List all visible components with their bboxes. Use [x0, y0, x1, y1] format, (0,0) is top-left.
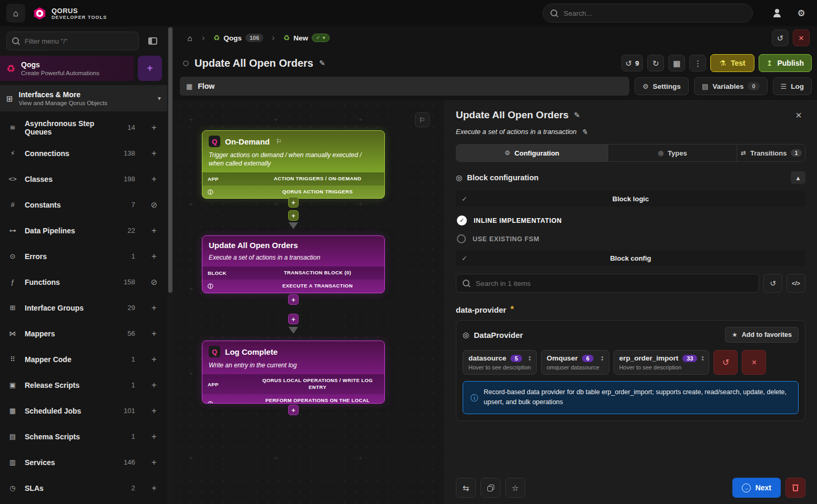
add-node-button[interactable]: + — [288, 197, 299, 208]
breadcrumb-home-button[interactable]: ⌂ — [182, 30, 198, 46]
dataprovider-select-omquser[interactable]: Omquser6▴▾omquser datasource — [541, 350, 609, 375]
config-search-input[interactable] — [476, 280, 752, 287]
stepper-icon[interactable]: ▴▾ — [601, 355, 604, 362]
sidebar-scrollbar[interactable] — [167, 26, 173, 504]
global-search[interactable] — [543, 4, 753, 23]
sidebar-item-errors[interactable]: ⊙Errors1+ — [0, 243, 167, 269]
draft-status-badge[interactable]: ✓ ▾ — [312, 34, 329, 42]
user-button[interactable] — [768, 4, 787, 23]
add-to-favorites-button[interactable]: ★ Add to favorites — [725, 327, 799, 343]
add-button[interactable]: + — [148, 122, 160, 133]
add-button[interactable]: + — [148, 328, 160, 340]
history-button[interactable]: ↺ — [772, 29, 789, 46]
log-panel-button[interactable]: ☰ Log — [773, 77, 812, 95]
radio-inline-implementation[interactable]: ✓ INLINE IMPLEMENTATION — [456, 215, 805, 225]
filter-menu[interactable] — [6, 32, 139, 50]
add-button[interactable]: + — [148, 251, 160, 262]
stepper-icon[interactable]: ▴▾ — [701, 355, 703, 362]
sidebar-item-schema-scripts[interactable]: ▤Schema Scripts1+ — [0, 424, 167, 449]
next-button[interactable]: → Next — [732, 478, 781, 498]
variables-panel-button[interactable]: ▤ Variables 0 — [694, 77, 768, 95]
add-node-button[interactable]: + — [288, 210, 299, 221]
sidebar-item-release-scripts[interactable]: ▣Release Scripts1+ — [0, 372, 167, 398]
sidebar-item-data-pipelines[interactable]: ⊶Data Pipelines22+ — [0, 218, 167, 243]
flow-node-update-all-open-orders[interactable]: Update All Open Orders Execute a set of … — [202, 235, 385, 293]
more-options-button[interactable]: ⋮ — [689, 55, 706, 71]
reset-provider-button[interactable]: ↺ — [713, 350, 738, 375]
breadcrumb-new[interactable]: ♻ New ✓ ▾ — [279, 31, 334, 45]
undo-button[interactable]: ↺ 9 — [621, 55, 644, 71]
collapse-section-button[interactable]: ▴ — [791, 171, 805, 184]
delete-button[interactable] — [785, 478, 805, 498]
services-icon: ▥ — [7, 459, 18, 466]
sidebar-item-mapper-code[interactable]: ⠿Mapper Code1+ — [0, 346, 167, 372]
global-search-input[interactable] — [564, 9, 745, 17]
sidebar-item-connections[interactable]: ⚡Connections138+ — [0, 140, 167, 166]
redo-button[interactable]: ↻ — [647, 55, 664, 71]
sidebar-item-slas[interactable]: ◷SLAs2+ — [0, 475, 167, 501]
add-node-button[interactable]: + — [288, 314, 299, 324]
duplicate-button[interactable] — [481, 478, 501, 498]
filter-menu-input[interactable] — [25, 37, 133, 45]
settings-button[interactable]: ⚙ — [792, 4, 811, 23]
sidebar-item-label: SLAs — [25, 484, 125, 492]
schema-scripts-icon: ▤ — [7, 433, 18, 440]
add-button[interactable]: + — [148, 379, 160, 391]
dataprovider-select-datasource[interactable]: datasource5▴▾Hover to see description — [463, 350, 537, 375]
settings-panel-button[interactable]: ⚙ Settings — [635, 77, 689, 95]
sidebar-item-scheduled-jobs[interactable]: ▦Scheduled Jobs101+ — [0, 398, 167, 424]
sidebar-item-qogs[interactable]: ♻ Qogs Create Powerful Automations — [0, 56, 134, 81]
edit-title-icon[interactable]: ✎ — [319, 59, 325, 67]
sidebar-item-functions[interactable]: ƒFunctions158⊘ — [0, 269, 167, 295]
field-history-button[interactable]: ↺ — [763, 274, 782, 293]
radio-use-existing-fsm[interactable]: USE EXISTING FSM — [456, 234, 805, 243]
home-button[interactable]: ⌂ — [6, 4, 25, 23]
raw-view-button[interactable]: </> — [787, 274, 805, 293]
tab-types[interactable]: ◎ Types — [608, 145, 738, 161]
add-button[interactable]: + — [148, 482, 160, 494]
add-button[interactable]: + — [148, 173, 160, 185]
flow-canvas[interactable]: ⚐ Q On-Demand ⚐ Trigger actions on deman… — [173, 100, 444, 504]
publish-button[interactable]: ↥ Publish — [759, 54, 812, 72]
add-node-button[interactable]: + — [288, 294, 299, 305]
panel-close-button[interactable]: × — [792, 108, 805, 122]
sidebar-item-mappers[interactable]: ⋈Mappers56+ — [0, 321, 167, 346]
close-workspace-button[interactable]: × — [793, 29, 810, 46]
stepper-icon[interactable]: ▴▾ — [529, 355, 531, 362]
sidebar-item-interface-groups[interactable]: ⊞Interface Groups29+ — [0, 295, 167, 321]
clear-provider-button[interactable]: × — [742, 350, 766, 375]
add-button[interactable]: + — [148, 457, 160, 468]
tab-flow[interactable]: ▦ Flow — [180, 77, 629, 96]
edit-icon[interactable]: ✎ — [574, 111, 580, 119]
canvas-flag-button[interactable]: ⚐ — [415, 112, 430, 127]
flow-node-on-demand[interactable]: Q On-Demand ⚐ Trigger actions on demand … — [202, 130, 385, 199]
add-node-button[interactable]: + — [288, 405, 299, 415]
flow-node-log-complete[interactable]: Q Log Complete Write an entry in the cur… — [202, 341, 385, 404]
test-button[interactable]: ⚗ Test — [710, 54, 754, 72]
fit-view-button[interactable]: ⇆ — [456, 478, 476, 498]
scrollbar-thumb[interactable] — [168, 27, 172, 293]
sidebar-item-services[interactable]: ▥Services146+ — [0, 449, 167, 475]
add-button[interactable]: + — [148, 148, 160, 159]
add-button[interactable]: + — [148, 302, 160, 314]
layout-grid-button[interactable]: ▦ — [668, 55, 685, 71]
config-search[interactable] — [456, 274, 759, 293]
sidebar-item-asynchronous-step-queues[interactable]: ≋Asynchronous Step Queues14+ — [0, 115, 167, 140]
edit-icon[interactable]: ✎ — [581, 128, 588, 136]
add-button[interactable]: + — [148, 431, 160, 443]
sidebar-collapse-button[interactable] — [143, 32, 162, 50]
favorite-button[interactable]: ☆ — [505, 478, 525, 498]
add-button[interactable]: + — [148, 225, 160, 236]
dataprovider-select-erp-order-import[interactable]: erp_order_import33▴▾Hover to see descrip… — [614, 350, 710, 375]
breadcrumb-qogs[interactable]: ♻ Qogs 106 — [209, 31, 268, 45]
sidebar-item-classes[interactable]: <>Classes198+ — [0, 166, 167, 192]
add-qog-button[interactable]: + — [138, 56, 162, 81]
tab-transitions[interactable]: ⇄ Transitions 1 — [737, 145, 805, 161]
add-button[interactable]: + — [148, 354, 160, 365]
add-button[interactable]: + — [148, 405, 160, 417]
panel-bottom-right: → Next — [732, 478, 805, 498]
sidebar-section-interfaces[interactable]: ⊞ Interfaces & More View and Manage Qoru… — [0, 85, 167, 111]
sidebar-item-constants[interactable]: #Constants7⊘ — [0, 192, 167, 218]
tab-configuration[interactable]: ⚙ Configuration — [456, 145, 608, 161]
circle-icon: ◎ — [658, 150, 663, 156]
